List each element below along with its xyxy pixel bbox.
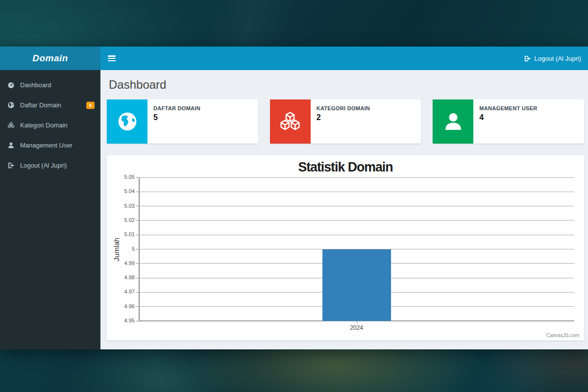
sidebar-item-daftar-domain[interactable]: Daftar Domain 5 [0,95,100,115]
summary-cards: DAFTAR DOMAIN 5 [107,99,584,144]
sidebar-item-label: Logout (Al Jupri) [20,162,67,169]
y-tick-mark [136,292,139,293]
cubes-icon [270,99,311,144]
sidebar-item-dashboard[interactable]: Dashboard [0,75,100,95]
sidebar-item-label: Dashboard [20,81,51,89]
card-daftar-domain: DAFTAR DOMAIN 5 [107,99,258,144]
background-streak [29,349,284,392]
cubes-icon [7,122,15,129]
y-tick-mark [136,206,139,206]
canvasjs-credit-link[interactable]: CanvasJS.com [546,333,579,338]
app-window: Domain Logout (Al Jupri) [0,47,588,349]
y-gridline [139,220,574,220]
sidebar: Dashboard Daftar Domain 5 [0,70,100,349]
background-streak [186,0,314,47]
card-label: DAFTAR DOMAIN [153,105,200,111]
sidebar-toggle-icon[interactable] [108,55,116,61]
card-value: 5 [153,113,200,122]
top-navbar: Logout (Al Jupri) [100,47,588,70]
y-gridline [139,177,574,178]
chart-plot-area: Jumlah 4.954.964.974.984.9955.015.025.03… [139,177,574,321]
dashboard-icon [7,81,15,89]
y-tick-mark [136,306,139,307]
y-gridline [139,235,574,235]
sidebar-item-kategori-domain[interactable]: Kategori Domain [0,115,100,135]
user-icon [433,99,473,144]
y-tick-label: 4.95 [114,318,135,323]
chart-title: Statistik Domain [119,159,572,175]
statistik-domain-chart: Statistik Domain Jumlah 4.954.964.974.98… [107,155,584,341]
y-tick-label: 5.03 [114,203,135,209]
card-label: KATEGORI DOMAIN [317,105,370,111]
y-gridline [139,192,574,192]
card-value: 2 [317,113,370,122]
sidebar-item-label: Daftar Domain [20,101,61,109]
y-tick-label: 5.02 [114,217,135,223]
y-tick-label: 4.97 [114,289,135,294]
card-value: 4 [479,113,537,122]
x-tick-label: 2024 [350,324,363,331]
top-header: Domain Logout (Al Jupri) [0,47,588,70]
navbar-logout-label: Logout (Al Jupri) [535,55,581,62]
background-streak [441,349,588,392]
main-content: Dashboard DAFTAR DOMAIN 5 [100,70,588,349]
sidebar-item-management-user[interactable]: Management User [0,135,100,155]
globe-icon [107,99,147,144]
sidebar-item-label: Kategori Domain [20,122,68,129]
sign-out-icon [7,162,15,169]
y-tick-label: 4.96 [114,303,135,309]
y-gridline [139,206,574,206]
y-tick-mark [136,321,139,321]
y-tick-label: 5.05 [114,174,135,180]
card-kategori-domain: KATEGORI DOMAIN 2 [270,99,421,144]
y-tick-label: 5.04 [114,188,135,194]
user-icon [7,142,15,149]
y-tick-mark [136,177,139,178]
card-management-user: MANAGEMENT USER 4 [433,99,584,144]
navbar-logout-button[interactable]: Logout (Al Jupri) [524,47,581,70]
y-tick-mark [136,235,139,235]
sidebar-item-logout[interactable]: Logout (Al Jupri) [0,155,100,175]
page-title: Dashboard [109,78,584,92]
globe-icon [7,101,15,109]
y-tick-label: 4.99 [114,260,135,266]
sidebar-badge: 5 [86,101,95,109]
y-tick-mark [136,192,139,192]
y-tick-label: 5.01 [114,231,135,237]
y-tick-mark [136,249,139,249]
y-tick-mark [136,263,139,264]
sidebar-item-label: Management User [20,142,73,149]
y-tick-label: 5 [114,246,135,252]
y-tick-mark [136,278,139,278]
y-tick-label: 4.98 [114,274,135,280]
sign-out-icon [524,55,531,62]
x-tick-mark [357,321,357,323]
y-tick-mark [136,220,139,220]
card-label: MANAGEMENT USER [479,105,537,111]
brand-logo[interactable]: Domain [0,47,100,70]
bar-2024[interactable] [322,249,391,321]
